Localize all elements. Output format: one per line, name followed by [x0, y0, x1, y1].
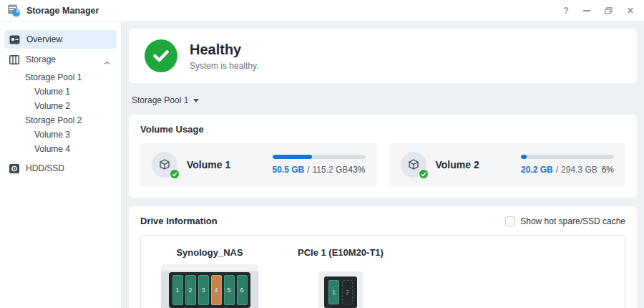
main-content: Healthy System is healthy. Storage Pool …: [122, 21, 644, 308]
storage-manager-app-icon: [7, 4, 21, 17]
device-name: PCIe 1 (E10M20-T1): [298, 247, 384, 258]
minimize-icon: [583, 10, 590, 11]
sidebar-item-label: Storage: [26, 54, 56, 64]
volume-healthy-badge-icon: [419, 169, 429, 179]
volume-name: Volume 1: [187, 159, 230, 170]
sidebar-item-hdd-ssd[interactable]: HDD/SSD: [4, 159, 117, 178]
drive-information-title: Drive Information: [140, 216, 218, 226]
volume-percent: 43%: [348, 165, 365, 175]
sidebar-item-storage[interactable]: Storage: [4, 50, 117, 69]
sidebar-item-storage-pool-1[interactable]: Storage Pool 1: [0, 70, 121, 85]
sidebar-item-overview[interactable]: Overview: [4, 30, 117, 49]
health-status-message: System is healthy.: [190, 61, 258, 71]
healthy-check-icon: [145, 39, 177, 72]
hot-spare-checkbox[interactable]: [505, 216, 515, 226]
drive-slot-4[interactable]: 4: [211, 275, 222, 305]
show-hot-spare-toggle[interactable]: Show hot spare/SSD cache: [505, 216, 625, 226]
sidebar-item-volume-3[interactable]: Volume 3: [0, 127, 121, 142]
device-pcie-1: PCIe 1 (E10M20-T1) 1 2: [298, 247, 384, 308]
pcie-card-image: 1 2: [318, 271, 363, 308]
sidebar-item-volume-1[interactable]: Volume 1: [0, 85, 121, 99]
storage-pool-selector-label: Storage Pool 1: [132, 95, 188, 105]
volume-name: Volume 2: [436, 159, 479, 170]
volume-usage-bar: [273, 155, 366, 159]
volume-icon: [152, 152, 177, 178]
health-status-card: Healthy System is healthy.: [129, 29, 637, 83]
volume-divider: /: [307, 165, 309, 175]
pcie-slot-1[interactable]: 1: [328, 280, 339, 304]
volume-used: 20.2 GB: [521, 165, 553, 175]
volume-divider: /: [556, 165, 558, 175]
drive-information-card: Drive Information Show hot spare/SSD cac…: [129, 206, 637, 308]
volume-healthy-badge-icon: [170, 169, 180, 179]
volume-1-tile[interactable]: Volume 1 50.5 GB / 115.2 GB 43%: [140, 143, 377, 186]
volume-used: 50.5 GB: [273, 165, 305, 175]
volume-total: 115.2 GB: [313, 165, 348, 175]
pcie-slot-2[interactable]: 2: [342, 280, 353, 304]
device-synology-nas: Synology_NAS 1 2 3 4 5 6: [161, 247, 258, 308]
restore-icon: [605, 7, 613, 14]
restore-button[interactable]: [605, 7, 613, 14]
volume-total: 294.3 GB: [561, 165, 597, 175]
drive-slot-6[interactable]: 6: [237, 275, 248, 305]
drive-slot-1[interactable]: 1: [172, 275, 183, 305]
chevron-up-icon[interactable]: [104, 57, 110, 67]
sidebar-item-volume-4[interactable]: Volume 4: [0, 142, 121, 156]
overview-icon: [9, 35, 20, 44]
drive-panel: Synology_NAS 1 2 3 4 5 6: [140, 235, 625, 308]
volume-2-tile[interactable]: Volume 2 20.2 GB / 294.3 GB 6%: [389, 143, 626, 186]
volume-usage-bar: [521, 155, 614, 159]
volume-icon: [401, 152, 426, 178]
hdd-ssd-icon: [9, 164, 19, 173]
drive-slot-2[interactable]: 2: [185, 275, 196, 305]
minimize-button[interactable]: [583, 10, 590, 11]
sidebar-item-volume-2[interactable]: Volume 2: [0, 99, 121, 113]
drive-slot-5[interactable]: 5: [224, 275, 235, 305]
device-name: Synology_NAS: [176, 247, 243, 258]
storage-pool-selector[interactable]: Storage Pool 1: [129, 92, 637, 109]
caret-down-icon: [193, 99, 199, 102]
drive-slot-3[interactable]: 3: [198, 275, 209, 305]
help-button[interactable]: ?: [564, 6, 569, 15]
app-title: Storage Manager: [26, 6, 99, 16]
storage-icon: [9, 55, 19, 64]
sidebar-item-storage-pool-2[interactable]: Storage Pool 2: [0, 113, 121, 127]
sidebar-item-label: HDD/SSD: [26, 163, 64, 173]
nas-chassis-image: 1 2 3 4 5 6: [161, 264, 258, 308]
volume-usage-card: Volume Usage Volume 1: [129, 115, 637, 198]
close-button[interactable]: ✕: [627, 6, 634, 15]
window-titlebar: Storage Manager ? ✕: [0, 0, 644, 21]
sidebar-item-label: Overview: [26, 34, 62, 44]
volume-percent: 6%: [602, 165, 614, 175]
volume-usage-title: Volume Usage: [140, 124, 625, 135]
hot-spare-checkbox-label: Show hot spare/SSD cache: [520, 216, 625, 226]
health-status-title: Healthy: [190, 42, 258, 58]
sidebar: Overview Storage Storage Pool 1 Volume 1…: [0, 21, 122, 308]
